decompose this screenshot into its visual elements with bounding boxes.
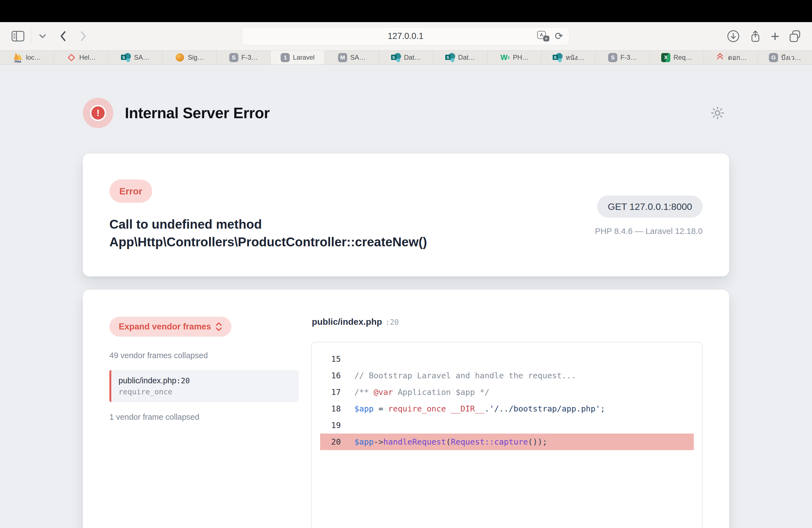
tab-label: หนัง… — [566, 52, 584, 63]
browser-tab[interactable]: Sig… — [162, 50, 217, 64]
tab-overview-button[interactable] — [788, 29, 802, 43]
line-number: 15 — [320, 354, 341, 364]
code-file-name: public/index.php — [312, 317, 382, 327]
letter-M-favicon-icon: M — [338, 53, 347, 62]
stack-frame-item[interactable]: public/index.php:20 require_once — [110, 370, 299, 402]
summary-left: Error Call to undefined method App\Http\… — [110, 179, 557, 276]
code-preview-panel: public/index.php :20 1516// Bootstrap La… — [311, 317, 702, 528]
frame-line-number: :20 — [176, 377, 190, 385]
code-file-header: public/index.php :20 — [311, 317, 702, 327]
sharepoint-favicon-icon: S — [391, 53, 401, 62]
code-block: 1516// Bootstrap Laravel and handle the … — [311, 342, 702, 528]
sharepoint-favicon-icon: S — [445, 53, 455, 62]
browser-tab[interactable]: XReq… — [650, 50, 704, 64]
page-title: Internal Server Error — [125, 104, 270, 122]
tab-label: Hel… — [79, 54, 96, 61]
code-text: $app->handleRequest(Request::capture()); — [354, 437, 547, 446]
tab-label: Dat… — [458, 54, 475, 61]
back-arrow-icon — [59, 30, 67, 42]
page: ! Internal Server Error — [0, 64, 812, 528]
vendor-frames-collapsed-top: 49 vendor frames collapsed — [110, 351, 299, 360]
tab-group-chevron-button[interactable] — [39, 34, 46, 39]
share-button[interactable] — [749, 29, 762, 43]
forward-arrow-icon — [79, 30, 87, 42]
expand-vendor-frames-label: Expand vendor frames — [119, 322, 211, 332]
reload-button[interactable]: ⟳ — [555, 30, 563, 42]
chevron-down-icon — [39, 34, 46, 39]
screen: 127.0.0.1 ⟳ + — [0, 0, 812, 528]
orange-dot-favicon-icon — [175, 53, 185, 62]
code-line-17: 17/** @var Application $app */ — [320, 384, 694, 400]
browser-tab[interactable]: Sหนัง… — [541, 50, 596, 64]
page-content: ! Internal Server Error — [83, 98, 729, 528]
frame-call: require_once — [118, 387, 292, 396]
error-message: Call to undefined method App\Http\Contro… — [110, 216, 557, 251]
browser-tab[interactable]: SF-3… — [596, 50, 650, 64]
back-button[interactable] — [59, 30, 67, 42]
forward-button[interactable] — [79, 30, 87, 42]
line-number: 16 — [320, 371, 341, 380]
browser-tab[interactable]: 1Laravel — [271, 50, 325, 64]
browser-tab[interactable]: Hel… — [54, 50, 108, 64]
menu-bar — [0, 0, 812, 22]
tab-label: SA… — [134, 54, 149, 61]
sun-icon — [710, 105, 725, 121]
line-number: 20 — [320, 437, 341, 446]
tab-label: PH… — [513, 54, 528, 61]
browser-tab[interactable]: W3PH… — [488, 50, 541, 64]
url-text: 127.0.0.1 — [388, 31, 423, 41]
letter-S-favicon-icon: S — [608, 53, 617, 62]
theme-toggle-button[interactable] — [710, 105, 725, 121]
line-number: 19 — [320, 421, 341, 430]
url-field[interactable]: 127.0.0.1 ⟳ — [242, 27, 569, 45]
letter-1-favicon-icon: 1 — [280, 53, 290, 62]
exclamation-icon: ! — [90, 105, 106, 121]
tab-label: loc… — [26, 54, 41, 61]
expand-chevrons-icon — [215, 322, 222, 332]
error-status-icon: ! — [83, 98, 113, 128]
laravel-favicon-icon — [66, 53, 76, 62]
code-line-18: 18$app = require_once __DIR__.'/../boots… — [320, 400, 694, 417]
tab-overview-icon — [788, 29, 802, 43]
sidebar-toggle-button[interactable] — [12, 31, 24, 41]
browser-tab[interactable]: Gบึงเว… — [758, 50, 812, 64]
code-text: // Bootstrap Laravel and handle the requ… — [354, 371, 576, 380]
letter-S-favicon-icon: S — [229, 53, 238, 62]
code-text: /** @var Application $app */ — [354, 387, 489, 397]
share-icon — [749, 29, 762, 43]
frame-file-line: public/index.php:20 — [118, 376, 292, 385]
tab-label: ดอก… — [728, 52, 747, 63]
downloads-button[interactable] — [726, 29, 740, 43]
browser-tab[interactable]: SF-3… — [217, 50, 271, 64]
browser-tab[interactable]: SDat… — [379, 50, 433, 64]
toolbar-right-group: + — [726, 22, 802, 50]
tab-label: Laravel — [293, 54, 315, 61]
browser-tab[interactable]: SSA… — [108, 50, 162, 64]
browser-toolbar: 127.0.0.1 ⟳ + — [0, 22, 812, 50]
browser-tab[interactable]: PMAloc… — [0, 50, 54, 64]
page-header: ! Internal Server Error — [83, 98, 729, 128]
toolbar-left-group — [12, 28, 87, 44]
expand-vendor-frames-button[interactable]: Expand vendor frames — [110, 317, 231, 337]
vendor-frames-collapsed-bottom: 1 vendor frame collapsed — [110, 413, 299, 422]
code-line-15: 15 — [320, 351, 694, 367]
tab-label: Dat… — [404, 54, 421, 61]
code-text: $app = require_once __DIR__.'/../bootstr… — [354, 404, 605, 413]
browser-tab[interactable]: ดอก… — [704, 50, 758, 64]
w3schools-favicon-icon: W3 — [500, 53, 510, 62]
stack-trace-card: Expand vendor frames 49 vendor frames co… — [83, 290, 729, 528]
code-line-19: 19 — [320, 417, 694, 434]
toolbar-divider — [31, 28, 32, 44]
tab-label: Req… — [673, 54, 692, 61]
version-info: PHP 8.4.6 — Laravel 12.18.0 — [595, 226, 702, 236]
pma-favicon-icon: PMA — [13, 53, 23, 62]
line-number: 17 — [320, 387, 341, 397]
browser-tab[interactable]: MSA… — [325, 50, 379, 64]
browser-tab[interactable]: SDat… — [433, 50, 488, 64]
new-tab-button[interactable]: + — [771, 29, 779, 44]
translate-icon[interactable] — [537, 30, 549, 42]
tab-bar: PMAloc…Hel…SSA…Sig…SF-3…1LaravelMSA…SDat… — [0, 50, 812, 64]
tab-label: SA… — [350, 54, 366, 61]
error-summary-card: Error Call to undefined method App\Http\… — [83, 153, 729, 276]
tab-label: Sig… — [188, 54, 204, 61]
